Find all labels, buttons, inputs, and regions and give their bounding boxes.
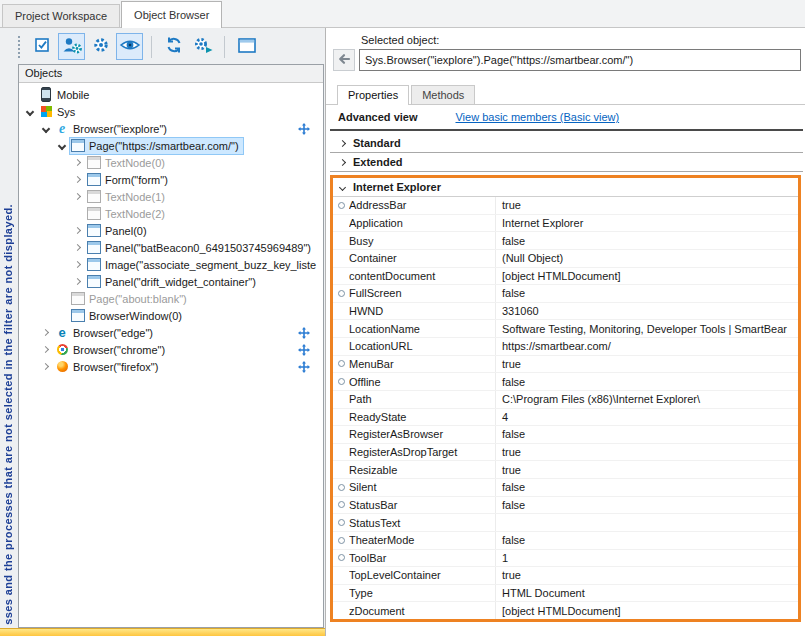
tree-row[interactable]: Page("about:blank") — [19, 290, 323, 307]
tree-item[interactable]: Image("associate_segment_buzz_key_liste — [85, 256, 321, 274]
property-row[interactable]: AddressBar true — [333, 197, 798, 215]
object-browser-window: Project Workspace Object Browser sses an… — [0, 0, 805, 636]
selected-object-label: Selected object: — [361, 34, 439, 46]
tree-row[interactable]: TextNode(2) — [19, 205, 323, 222]
property-row[interactable]: FullScreen false — [333, 285, 798, 303]
tree-row[interactable]: TextNode(0) — [19, 154, 323, 171]
property-row[interactable]: StatusText — [333, 514, 798, 532]
property-row[interactable]: LocationName Software Testing, Monitorin… — [333, 320, 798, 338]
tree-row[interactable]: Panel("batBeacon0_6491503745969489") — [19, 239, 323, 256]
tree-item[interactable]: Browser("chrome") — [53, 341, 170, 359]
property-row[interactable]: TheaterMode false — [333, 532, 798, 550]
watch-button[interactable] — [116, 33, 143, 60]
property-row[interactable]: Offline false — [333, 373, 798, 391]
section-standard[interactable]: Standard — [330, 134, 803, 153]
tree-row[interactable]: Form("form") — [19, 171, 323, 188]
tree-row[interactable]: Mobile — [19, 86, 323, 103]
tree-item[interactable]: Browser("iexplore") — [53, 120, 172, 138]
tree-item[interactable]: BrowserWindow(0) — [69, 307, 187, 325]
tab-properties[interactable]: Properties — [337, 85, 409, 105]
run-settings-button[interactable] — [189, 33, 216, 60]
property-row[interactable]: RegisterAsBrowser false — [333, 426, 798, 444]
expander-icon[interactable] — [70, 262, 85, 267]
property-row[interactable]: ReadyState 4 — [333, 409, 798, 427]
settings-button[interactable] — [87, 33, 114, 60]
tree-row[interactable]: TextNode(1) — [19, 188, 323, 205]
tree-item-label: Page("https://smartbear.com/") — [89, 140, 239, 152]
expander-icon[interactable] — [70, 245, 85, 250]
tab-object-browser[interactable]: Object Browser — [121, 1, 222, 28]
section-internet-explorer[interactable]: Internet Explorer — [333, 178, 798, 197]
tree-item[interactable]: Form("form") — [85, 171, 173, 189]
property-row[interactable]: zDocument [object HTMLDocument] — [333, 602, 798, 619]
show-processes-button[interactable] — [58, 33, 85, 60]
property-row[interactable]: TopLevelContainer true — [333, 567, 798, 585]
section-extended[interactable]: Extended — [330, 153, 803, 172]
tree-row[interactable]: Browser("iexplore") — [19, 120, 323, 137]
selected-object-value-field[interactable]: Sys.Browser("iexplore").Page("https://sm… — [359, 49, 801, 71]
property-row[interactable]: Container (Null Object) — [333, 250, 798, 268]
property-row[interactable]: ToolBar 1 — [333, 550, 798, 568]
expander-icon[interactable] — [70, 177, 85, 182]
expander-icon[interactable] — [38, 330, 53, 335]
property-row[interactable]: Application Internet Explorer — [333, 215, 798, 233]
windows-icon — [39, 105, 53, 119]
tree-row[interactable]: Image("associate_segment_buzz_key_liste — [19, 256, 323, 273]
tree-item[interactable]: Mobile — [37, 86, 94, 104]
property-row[interactable]: HWND 331060 — [333, 303, 798, 321]
expander-icon[interactable] — [54, 143, 69, 149]
property-row[interactable]: Silent false — [333, 479, 798, 497]
property-row[interactable]: Type HTML Document — [333, 585, 798, 603]
tree-item[interactable]: Page("https://smartbear.com/") — [69, 137, 244, 155]
property-row[interactable]: Path C:\Program Files (x86)\Internet Exp… — [333, 391, 798, 409]
tree-item[interactable]: Panel("batBeacon0_6491503745969489") — [85, 239, 316, 257]
toolbar-grip[interactable] — [18, 36, 23, 58]
tree-item[interactable]: Panel("drift_widget_container") — [85, 273, 261, 291]
tree-item[interactable]: Browser("firefox") — [53, 358, 163, 376]
property-name: TheaterMode — [349, 534, 495, 546]
tree-row[interactable]: Browser("edge") — [19, 324, 323, 341]
tree-row[interactable]: BrowserWindow(0) — [19, 307, 323, 324]
tree-row[interactable]: Sys — [19, 103, 323, 120]
tab-project-workspace[interactable]: Project Workspace — [2, 4, 120, 27]
property-row[interactable]: RegisterAsDropTarget true — [333, 444, 798, 462]
window-button[interactable] — [233, 33, 260, 60]
property-value: false — [495, 497, 798, 514]
node-icon — [87, 224, 101, 238]
tree-row[interactable]: Page("https://smartbear.com/") — [19, 137, 323, 154]
tree-item[interactable]: Sys — [37, 103, 80, 121]
expander-icon[interactable] — [38, 347, 53, 352]
property-row[interactable]: LocationURL https://smartbear.com/ — [333, 338, 798, 356]
property-row[interactable]: StatusBar false — [333, 497, 798, 515]
basic-view-link[interactable]: View basic members (Basic view) — [455, 111, 619, 123]
refresh-icon — [164, 35, 184, 58]
expander-icon[interactable] — [38, 126, 53, 132]
expander-icon[interactable] — [70, 228, 85, 233]
property-row[interactable]: contentDocument [object HTMLDocument] — [333, 268, 798, 286]
tree-item[interactable]: TextNode(1) — [85, 188, 170, 206]
property-name: MenuBar — [349, 358, 495, 370]
expander-icon[interactable] — [22, 109, 37, 115]
tree-row[interactable]: Panel(0) — [19, 222, 323, 239]
tree-row[interactable]: Browser("chrome") — [19, 341, 323, 358]
expander-icon[interactable] — [38, 364, 53, 369]
back-button[interactable] — [333, 49, 355, 71]
refresh-button[interactable] — [160, 33, 187, 60]
expander-icon[interactable] — [70, 194, 85, 199]
property-row[interactable]: MenuBar true — [333, 356, 798, 374]
tree-item[interactable]: Panel(0) — [85, 222, 152, 240]
property-row[interactable]: Resizable true — [333, 461, 798, 479]
tree-row[interactable]: Browser("firefox") — [19, 358, 323, 375]
tree-item[interactable]: Browser("edge") — [53, 324, 158, 342]
expander-icon[interactable] — [70, 279, 85, 284]
property-row[interactable]: Busy false — [333, 232, 798, 250]
checklist-icon — [33, 35, 53, 58]
tree-item[interactable]: TextNode(0) — [85, 154, 170, 172]
tree-row[interactable]: Panel("drift_widget_container") — [19, 273, 323, 290]
expander-icon[interactable] — [70, 160, 85, 165]
checklist-button[interactable] — [29, 33, 56, 60]
tree-item[interactable]: Page("about:blank") — [69, 290, 192, 308]
tab-methods[interactable]: Methods — [411, 85, 475, 104]
object-tree: Mobile Sys Browser("iexplore") Page("htt… — [19, 83, 323, 627]
tree-item[interactable]: TextNode(2) — [85, 205, 170, 223]
